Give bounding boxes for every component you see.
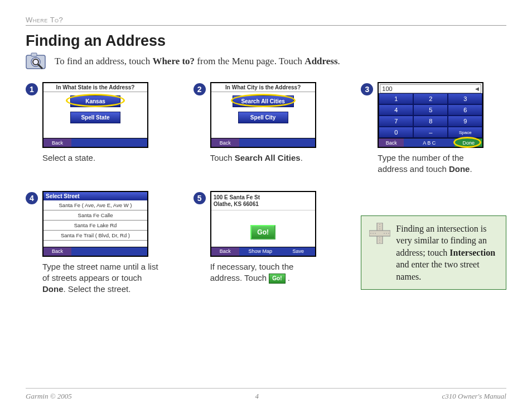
key-2[interactable]: 2 [413, 93, 448, 104]
caption-4: Type the street name until a list of str… [42, 261, 159, 295]
step-number-4: 4 [26, 192, 38, 204]
step-number-3: 3 [361, 83, 373, 95]
step-number-5: 5 [194, 192, 206, 204]
list-item[interactable]: Santa Fe Calle [43, 210, 147, 221]
result-address: 100 E Santa Fe St Olathe, KS 66061 [211, 192, 315, 210]
tip-cell: Finding an intersection is very similar … [361, 191, 506, 295]
back-button[interactable]: Back [211, 138, 239, 147]
breadcrumb: Where To? [26, 16, 506, 24]
bottom-bar-blank [71, 138, 147, 147]
key-4[interactable]: 4 [379, 104, 413, 116]
key-6[interactable]: 6 [448, 104, 482, 116]
intro-row: To find an address, touch Where to? from… [26, 52, 506, 71]
bottom-bar-blank [239, 138, 315, 147]
go-inline-icon: Go! [269, 274, 285, 284]
list-item[interactable]: Santa Fe ( Ave, Ave E, Ave W ) [43, 200, 147, 210]
screen-title: In What State is the Address? [43, 83, 147, 92]
search-all-cities-button[interactable]: Search All Cities [233, 95, 294, 107]
step-1: 1 In What State is the Address? Kansas S… [26, 82, 171, 175]
screen-city: In What City is the Address? Search All … [210, 82, 316, 148]
key-dash[interactable]: – [413, 127, 448, 138]
caption-2: Touch Search All Cities. [210, 152, 316, 164]
list-item[interactable]: Santa Fe Trail ( Blvd, Dr, Rd ) [43, 231, 147, 241]
save-button[interactable]: Save [282, 247, 315, 256]
tip-text: Finding an intersection is very similar … [396, 223, 498, 283]
step-4: 4 Select Street Santa Fe ( Ave, Ave E, A… [26, 191, 171, 295]
number-input[interactable]: 100 ◀ [380, 84, 481, 93]
footer-page: 4 [255, 392, 259, 401]
state-button[interactable]: Kansas [70, 95, 120, 107]
intersection-icon [369, 223, 390, 244]
footer-rule [26, 388, 506, 389]
steps-grid: 1 In What State is the Address? Kansas S… [26, 82, 506, 295]
back-button[interactable]: Back [211, 247, 239, 256]
screen-state: In What State is the Address? Kansas Spe… [42, 82, 148, 148]
top-rule [26, 25, 506, 26]
footer-left: Garmin © 2005 [26, 392, 72, 401]
key-space[interactable]: Space [448, 127, 482, 138]
show-map-button[interactable]: Show Map [239, 247, 282, 256]
spell-city-button[interactable]: Spell City [238, 112, 288, 123]
page-title: Finding an Address [26, 32, 506, 50]
screen-title: In What City is the Address? [211, 83, 315, 92]
back-button[interactable]: Back [43, 247, 71, 256]
spell-state-button[interactable]: Spell State [70, 112, 120, 123]
step-3: 3 100 ◀ 1 2 3 4 5 6 7 8 9 0 – [361, 82, 506, 175]
bottom-bar-blank [71, 247, 147, 256]
key-8[interactable]: 8 [413, 116, 448, 127]
step-5: 5 100 E Santa Fe St Olathe, KS 66061 Go!… [194, 191, 339, 295]
key-7[interactable]: 7 [379, 116, 413, 127]
caption-1: Select a state. [42, 152, 148, 164]
screen-result: 100 E Santa Fe St Olathe, KS 66061 Go! B… [210, 191, 316, 257]
camera-icon [26, 52, 49, 71]
key-0[interactable]: 0 [379, 127, 413, 138]
step-2: 2 In What City is the Address? Search Al… [194, 82, 339, 175]
screen-street-list: Select Street Santa Fe ( Ave, Ave E, Ave… [42, 191, 148, 257]
caption-3: Type the number of the address and touch… [378, 152, 495, 175]
list-item[interactable]: Santa Fe Lake Rd [43, 221, 147, 231]
key-1[interactable]: 1 [379, 93, 413, 104]
step-number-2: 2 [194, 83, 206, 95]
svg-rect-1 [31, 53, 37, 56]
footer-right: c310 Owner's Manual [442, 392, 506, 401]
back-button[interactable]: Back [43, 138, 71, 147]
done-button[interactable]: Done [454, 138, 482, 147]
backspace-icon[interactable]: ◀ [475, 86, 479, 92]
screen-keypad: 100 ◀ 1 2 3 4 5 6 7 8 9 0 – Space [378, 82, 483, 148]
footer: Garmin © 2005 4 c310 Owner's Manual [26, 392, 506, 401]
caption-5: If necessary, touch the address. Touch G… [210, 261, 327, 284]
tip-box: Finding an intersection is very similar … [361, 215, 506, 290]
svg-rect-6 [369, 231, 390, 236]
step-number-1: 1 [26, 83, 38, 95]
key-3[interactable]: 3 [448, 93, 482, 104]
key-5[interactable]: 5 [413, 104, 448, 116]
key-9[interactable]: 9 [448, 116, 482, 127]
intro-text: To find an address, touch Where to? from… [55, 56, 340, 67]
abc-button[interactable]: A B C [404, 138, 454, 147]
list-title: Select Street [43, 192, 147, 200]
back-button[interactable]: Back [379, 138, 404, 147]
go-button[interactable]: Go! [250, 225, 275, 239]
